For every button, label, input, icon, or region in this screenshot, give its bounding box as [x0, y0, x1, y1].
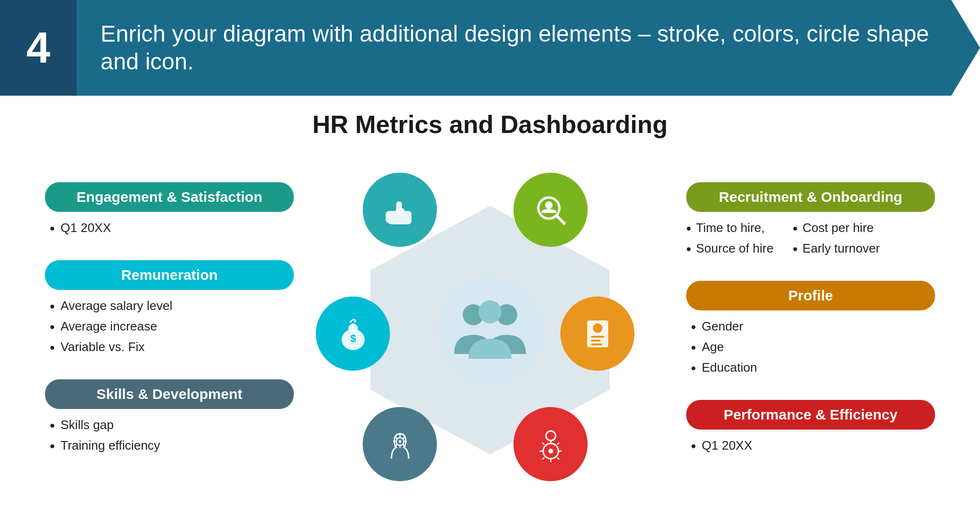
performance-label: Performance & Efficiency [686, 400, 935, 430]
svg-line-6 [557, 216, 564, 223]
content-area: Engagement & Satisfaction Q1 20XX Remune… [0, 163, 980, 497]
svg-line-23 [395, 445, 396, 446]
recruitment-label: Recruitment & Onboarding [686, 182, 935, 212]
gear-person-icon [532, 425, 570, 464]
profile-doc-icon [579, 315, 617, 353]
list-item: Training efficiency [50, 438, 289, 454]
left-panel: Engagement & Satisfaction Q1 20XX Remune… [45, 182, 294, 478]
list-item: Age [691, 340, 930, 355]
list-item: Cost per hire [792, 221, 880, 236]
right-panel: Recruitment & Onboarding Time to hire, S… [686, 182, 935, 478]
recruitment-section: Recruitment & Onboarding Time to hire, S… [686, 182, 935, 262]
list-item: Q1 20XX [50, 221, 289, 236]
profile-bullets: Gender Age Education [686, 319, 935, 376]
orbit-remuneration: $ [316, 297, 390, 371]
svg-line-20 [395, 437, 396, 438]
search-person-icon [532, 191, 570, 229]
engagement-bullets: Q1 20XX [45, 221, 294, 236]
people-icon [447, 297, 533, 364]
skills-bullets: Skills gap Training efficiency [45, 418, 294, 454]
money-bag-icon: $ [334, 315, 372, 353]
svg-point-15 [399, 440, 401, 443]
svg-line-31 [543, 443, 544, 444]
orbit-profile [560, 297, 635, 371]
list-item: Q1 20XX [691, 438, 930, 454]
svg-point-5 [545, 201, 553, 209]
remuneration-bullets: Average salary level Average increase Va… [45, 298, 294, 355]
list-item: Skills gap [50, 418, 289, 433]
head-gear-icon [381, 425, 419, 464]
skills-section: Skills & Development Skills gap Training… [45, 379, 294, 459]
slide-number: 4 [0, 0, 77, 96]
svg-text:$: $ [350, 332, 356, 344]
svg-point-26 [548, 449, 553, 453]
orbit-performance [513, 407, 588, 481]
svg-point-3 [479, 300, 501, 323]
remuneration-label: Remuneration [45, 260, 294, 290]
center-circle [435, 275, 545, 385]
svg-rect-13 [591, 343, 602, 345]
list-item: Average salary level [50, 298, 289, 314]
list-item: Average increase [50, 319, 289, 335]
engagement-label: Engagement & Satisfaction [45, 182, 294, 212]
svg-line-32 [557, 458, 559, 459]
svg-line-21 [403, 445, 404, 446]
list-item: Early turnover [792, 241, 880, 257]
svg-point-24 [546, 431, 556, 441]
performance-bullets: Q1 20XX [686, 438, 935, 454]
skills-label: Skills & Development [45, 379, 294, 409]
performance-section: Performance & Efficiency Q1 20XX [686, 400, 935, 459]
profile-section: Profile Gender Age Education [686, 281, 935, 381]
profile-label: Profile [686, 281, 935, 310]
list-item: Gender [691, 319, 930, 335]
svg-line-34 [543, 458, 544, 459]
center-diagram: $ [323, 163, 657, 497]
svg-rect-12 [591, 340, 601, 342]
header-banner: Enrich your diagram with additional desi… [77, 0, 980, 96]
orbit-recruitment [513, 173, 588, 247]
svg-point-10 [593, 323, 602, 333]
orbit-skills [363, 407, 437, 481]
list-item: Time to hire, [686, 221, 773, 236]
svg-line-22 [403, 437, 404, 438]
svg-line-33 [557, 443, 559, 444]
list-item: Source of hire [686, 241, 773, 257]
list-item: Variable vs. Fix [50, 340, 289, 355]
hand-heart-icon [381, 191, 419, 229]
main-title: HR Metrics and Dashboarding [0, 110, 980, 139]
recruitment-bullets: Time to hire, Source of hire Cost per hi… [686, 221, 935, 262]
list-item: Education [691, 360, 930, 376]
header: 4 Enrich your diagram with additional de… [0, 0, 980, 96]
engagement-section: Engagement & Satisfaction Q1 20XX [45, 182, 294, 241]
remuneration-section: Remuneration Average salary level Averag… [45, 260, 294, 360]
orbit-engagement [363, 173, 437, 247]
svg-rect-11 [591, 336, 604, 338]
